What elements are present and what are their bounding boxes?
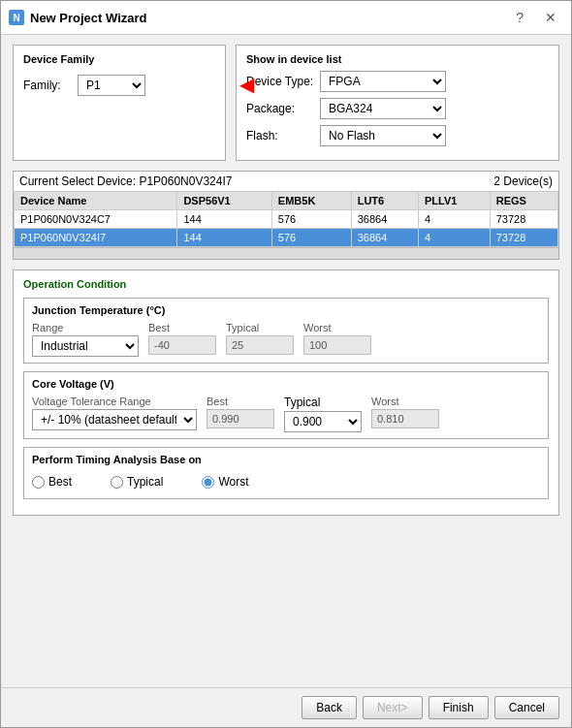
back-button[interactable]: Back xyxy=(302,696,357,719)
worst-col: Worst xyxy=(303,322,371,355)
range-col: Range Industrial Commercial Extended xyxy=(32,322,139,357)
core-voltage-title: Core Voltage (V) xyxy=(32,378,540,390)
temp-row: Range Industrial Commercial Extended Bes… xyxy=(32,322,540,357)
title-bar: N New Project Wizard ? ✕ xyxy=(1,1,571,35)
table-header-row: Device Name DSP56V1 EMB5K LUT6 PLLV1 REG… xyxy=(15,192,558,210)
window-icon: N xyxy=(9,10,24,25)
radio-best[interactable]: Best xyxy=(32,475,72,489)
device-table-header: Current Select Device: P1P060N0V324I7 2 … xyxy=(14,172,558,191)
content-area: Device Family Family: P1 P2 GW1N ◀ Show … xyxy=(1,35,571,687)
table-row[interactable]: P1P060N0V324I714457636864473728 xyxy=(15,229,558,247)
package-row: Package: BGA324 QFN48 LQFP144 xyxy=(246,98,549,119)
tolerance-col: Voltage Tolerance Range +/- 10% (datashe… xyxy=(32,396,197,430)
radio-row: Best Typical Worst xyxy=(32,471,540,492)
close-button[interactable]: ✕ xyxy=(538,7,563,28)
v-best-col: Best xyxy=(207,396,274,428)
col-regs: REGS xyxy=(490,192,557,210)
window-title: New Project Wizard xyxy=(30,11,147,25)
flash-label: Flash: xyxy=(246,129,314,142)
family-label: Family: xyxy=(23,79,72,92)
radio-typical[interactable]: Typical xyxy=(111,475,163,489)
radio-typical-input[interactable] xyxy=(111,476,123,489)
core-voltage-section: Core Voltage (V) Voltage Tolerance Range… xyxy=(23,371,549,439)
junction-temp-section: Junction Temperature (°C) Range Industri… xyxy=(23,298,549,364)
best-col: Best xyxy=(148,322,216,355)
flash-select[interactable]: No Flash With Flash xyxy=(320,125,446,146)
col-emb: EMB5K xyxy=(271,192,351,210)
operation-title: Operation Condition xyxy=(23,278,549,290)
finish-button[interactable]: Finish xyxy=(429,696,489,719)
worst-input xyxy=(303,335,371,355)
package-select[interactable]: BGA324 QFN48 LQFP144 xyxy=(320,98,446,119)
flash-row: Flash: No Flash With Flash xyxy=(246,125,549,146)
v-worst-input xyxy=(371,409,439,428)
device-table-section: Current Select Device: P1P060N0V324I7 2 … xyxy=(13,171,559,260)
range-select[interactable]: Industrial Commercial Extended xyxy=(32,335,139,357)
device-family-section: Device Family Family: P1 P2 GW1N ◀ xyxy=(13,45,226,161)
voltage-row: Voltage Tolerance Range +/- 10% (datashe… xyxy=(32,396,540,432)
show-device-title: Show in device list xyxy=(246,53,549,65)
device-type-label: Device Type: xyxy=(246,75,314,88)
title-bar-left: N New Project Wizard xyxy=(9,10,147,25)
table-scrollbar[interactable] xyxy=(14,247,558,259)
table-row[interactable]: P1P060N0V324C714457636864473728 xyxy=(15,210,558,229)
operation-section: Operation Condition Junction Temperature… xyxy=(13,269,559,516)
best-label: Best xyxy=(148,322,216,333)
package-label: Package: xyxy=(246,102,314,115)
radio-worst[interactable]: Worst xyxy=(202,475,248,489)
col-dsp: DSP56V1 xyxy=(177,192,271,210)
worst-label: Worst xyxy=(303,322,371,333)
device-type-row: Device Type: FPGA CPLD xyxy=(246,71,549,92)
col-pll: PLLV1 xyxy=(418,192,490,210)
typical-label: Typical xyxy=(226,322,294,333)
device-count: 2 Device(s) xyxy=(493,174,553,188)
cancel-button[interactable]: Cancel xyxy=(494,696,559,719)
col-lut: LUT6 xyxy=(351,192,418,210)
v-worst-col: Worst xyxy=(371,396,439,428)
radio-worst-label: Worst xyxy=(218,475,248,489)
radio-best-label: Best xyxy=(48,475,72,489)
v-best-input xyxy=(207,409,274,428)
v-typical-select[interactable]: 0.900 0.950 1.000 xyxy=(284,411,362,432)
best-input xyxy=(148,335,216,355)
typical-input xyxy=(226,335,294,355)
device-type-select[interactable]: FPGA CPLD xyxy=(320,71,446,92)
main-window: N New Project Wizard ? ✕ Device Family F… xyxy=(0,0,572,728)
device-table-scroll[interactable]: Device Name DSP56V1 EMB5K LUT6 PLLV1 REG… xyxy=(14,191,558,247)
v-typical-label: Typical xyxy=(284,396,362,409)
next-button[interactable]: Next> xyxy=(363,696,423,719)
range-label: Range xyxy=(32,322,139,333)
v-worst-label: Worst xyxy=(371,396,439,407)
tolerance-label: Voltage Tolerance Range xyxy=(32,396,197,407)
v-best-label: Best xyxy=(207,396,274,407)
title-bar-buttons: ? ✕ xyxy=(509,7,563,28)
help-button[interactable]: ? xyxy=(509,7,530,28)
current-device-label: Current Select Device: P1P060N0V324I7 xyxy=(19,174,232,188)
typical-col: Typical xyxy=(226,322,294,355)
footer: Back Next> Finish Cancel xyxy=(1,687,571,727)
family-select[interactable]: P1 P2 GW1N xyxy=(78,75,145,96)
show-device-section: Show in device list Device Type: FPGA CP… xyxy=(236,45,559,161)
radio-worst-input[interactable] xyxy=(202,476,214,489)
tolerance-select[interactable]: +/- 10% (datasheet default) +/- 5% +/- 3… xyxy=(32,409,197,430)
v-typical-col: Typical 0.900 0.950 1.000 xyxy=(284,396,362,432)
radio-best-input[interactable] xyxy=(32,476,45,489)
col-device-name: Device Name xyxy=(15,192,177,210)
radio-typical-label: Typical xyxy=(127,475,163,489)
timing-title: Perform Timing Analysis Base on xyxy=(32,454,540,465)
device-family-title: Device Family xyxy=(23,53,215,65)
top-row: Device Family Family: P1 P2 GW1N ◀ Show … xyxy=(13,45,559,161)
timing-analysis-section: Perform Timing Analysis Base on Best Typ… xyxy=(23,447,549,499)
family-arrow: ◀ xyxy=(239,73,254,96)
device-table: Device Name DSP56V1 EMB5K LUT6 PLLV1 REG… xyxy=(14,191,558,247)
family-row: Family: P1 P2 GW1N ◀ xyxy=(23,75,215,96)
junction-temp-title: Junction Temperature (°C) xyxy=(32,304,540,316)
